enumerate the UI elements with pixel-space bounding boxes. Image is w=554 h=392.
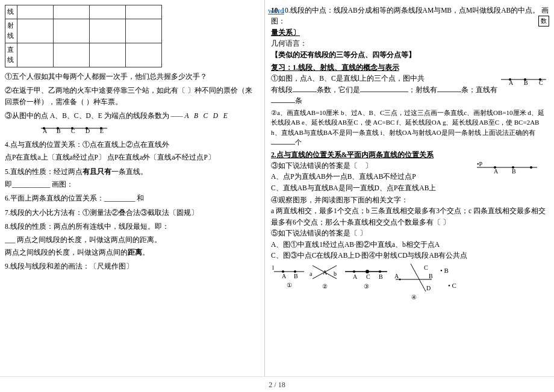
s4a-text: a 两直线相交，最多1个交点；b 三条直线相交最多有3个交点；c 四条直线相交最… bbox=[271, 205, 549, 228]
item5: 5.直线的性质：经过两点有且只有一条直线。 即___________ 画图： bbox=[5, 166, 258, 190]
bottom-diagrams: l A B ① a b A ② bbox=[271, 263, 549, 302]
tip1: 【类似的还有线段的三等分点、四等分点等】 bbox=[271, 49, 549, 60]
page-footer: 2 / 18 bbox=[0, 376, 554, 392]
svg-text:A: A bbox=[509, 79, 514, 85]
item6-text: 6.平面上两条直线的位置关系：_________ 和 bbox=[5, 193, 258, 204]
svg-point-49 bbox=[399, 279, 401, 281]
svg-text:B: B bbox=[379, 273, 383, 280]
svg-text:A: A bbox=[43, 128, 48, 133]
item5-body: 即___________ 画图： bbox=[5, 179, 258, 190]
svg-text:l: l bbox=[272, 264, 274, 271]
svg-text:D: D bbox=[426, 285, 431, 291]
svg-point-21 bbox=[530, 166, 532, 169]
item5-title: 5.直线的性质：经过两点有且只有一条直线。 bbox=[5, 166, 258, 177]
page-container: word 线 射线 bbox=[0, 0, 554, 392]
svg-text:A: A bbox=[494, 168, 499, 175]
svg-text:C: C bbox=[424, 264, 428, 271]
item8-body: ___ 两点之间线段的长度，叫做这两点间的距离。 bbox=[5, 234, 258, 245]
svg-text:C: C bbox=[366, 273, 370, 280]
question-3: ③从图中的点 A、B、C、D、E 为端点的线段条数为 —— A B C D E … bbox=[5, 110, 258, 136]
item8-title: 8.线段的性质：两点的所有连线中，线段最短。即： bbox=[5, 221, 258, 232]
word-link[interactable]: word bbox=[268, 6, 284, 16]
s5a-text: A、图①中直线1经过点AB·图②中直线a、b相交于点A bbox=[271, 239, 549, 250]
dots-bc: • B • C bbox=[437, 263, 461, 293]
item4-body: 点P在直线a上〔直线a经过点P〕 点P在直线a外〔直线a不经过点P〕 bbox=[5, 152, 258, 163]
svg-point-39 bbox=[379, 270, 381, 273]
item9-text: 9.线段与线段和差的画法：〔尺规作图〕 bbox=[5, 261, 258, 272]
svg-text:B: B bbox=[294, 273, 298, 279]
r1-section: ①如图，点A、B、C是直线l上的三个点，图中共有线段条数，它们是；射线有条；直线… bbox=[271, 73, 549, 106]
table-cell bbox=[54, 5, 90, 19]
left-column: 线 射线 直线 bbox=[0, 0, 265, 376]
line-diagram-q3: A B C D E bbox=[41, 123, 113, 133]
table-cell bbox=[126, 5, 162, 19]
table-cell bbox=[90, 19, 126, 43]
table-cell bbox=[126, 43, 162, 67]
table-cell: 射线 bbox=[5, 19, 17, 43]
svg-text:B: B bbox=[429, 273, 433, 279]
q2-text: ②在返于甲、乙两地的火车中途要停靠三个站，如此有〔 〕种不同的票价（来回票价一样… bbox=[5, 85, 258, 107]
svg-text:A: A bbox=[394, 273, 399, 279]
item7-text: 7.线段的大小比方法有：①测量法②叠合法③截取法〔圆规〕 bbox=[5, 207, 258, 218]
diagram-4: C D A B ④ bbox=[393, 263, 435, 302]
table-cell: 直线 bbox=[5, 43, 17, 67]
svg-text:D: D bbox=[86, 128, 90, 133]
r1-diagram: A B C bbox=[501, 74, 549, 85]
question-1: ①五个人假如其中每两个人都握一次手，他们总共握多少次手？ bbox=[5, 71, 258, 82]
svg-text:A: A bbox=[323, 269, 328, 276]
geometry-concepts: 几何语言： bbox=[271, 38, 549, 49]
diagram-2: a b A ② bbox=[310, 263, 340, 291]
svg-point-37 bbox=[353, 270, 355, 273]
diagram-1: l A B ① bbox=[271, 263, 307, 290]
table-cell bbox=[90, 43, 126, 67]
svg-text:C: C bbox=[71, 128, 75, 133]
diagram-3: A C B ③ bbox=[342, 263, 390, 291]
point-p-diagram: •P A B bbox=[477, 160, 549, 175]
num-label: 数 bbox=[538, 16, 549, 26]
item9: 9.线段与线段和差的画法：〔尺规作图〕 bbox=[5, 261, 258, 272]
point-p-area: •P A B ③如下说法错误的答案是〔 〕 A、点P为直线AB外一点B、直线AB… bbox=[271, 160, 549, 193]
s3b-text: C、直线AB与直线BA是同一直线D、点P在直线AB上 bbox=[271, 182, 549, 193]
item4: 4.点与直线的位置关系：①点在直线上②点在直线外 点P在直线a上〔直线a经过点P… bbox=[5, 139, 258, 163]
q1-text: ①五个人假如其中每两个人都握一次手，他们总共握多少次手？ bbox=[5, 71, 258, 82]
svg-text:•P: •P bbox=[477, 161, 483, 167]
svg-text:A: A bbox=[353, 273, 358, 280]
main-content: 线 射线 直线 bbox=[0, 0, 554, 376]
r1-text: ①如图，点A、B、C是直线l上的三个点，图中共有线段条数，它们是；射线有条；直线… bbox=[271, 73, 497, 106]
svg-text:A: A bbox=[282, 273, 287, 279]
svg-text:B: B bbox=[512, 168, 516, 175]
svg-text:E: E bbox=[100, 128, 104, 133]
svg-text:B: B bbox=[524, 79, 528, 85]
table-cell bbox=[17, 43, 54, 67]
table-cell bbox=[90, 5, 126, 19]
svg-text:C: C bbox=[539, 79, 543, 85]
item4-title: 4.点与直线的位置关系：①点在直线上②点在直线外 bbox=[5, 139, 258, 150]
page-number: 2 / 18 bbox=[269, 381, 285, 389]
item10-title: 10. 10.线段的中点：线段AB分成相等的两条线段AM与MB，点M叫做线段AB… bbox=[271, 5, 549, 27]
table-cell bbox=[17, 19, 54, 43]
svg-text:B: B bbox=[57, 128, 61, 133]
table-cell bbox=[126, 19, 162, 43]
review-title: 复习：1.线段、射线、直线的概念与表示 bbox=[271, 62, 549, 73]
r2-text: ②a、画直线AB=10厘米 b、过A、B、C三点，过这三点画一条直线c、画射线O… bbox=[271, 108, 549, 148]
s5b-text: C、图③中点C在线段AB上D·图④中射线CD与线段AB有公共点 bbox=[271, 250, 549, 261]
s4-section: ④观察图形，并阅读图形下面的相关文字： a 两直线相交，最多1个交点；b 三条直… bbox=[271, 194, 549, 228]
item6: 6.平面上两条直线的位置关系：_________ 和 bbox=[5, 193, 258, 204]
table-cell bbox=[54, 19, 90, 43]
item7: 7.线段的大小比方法有：①测量法②叠合法③截取法〔圆规〕 bbox=[5, 207, 258, 218]
question-2: ②在返于甲、乙两地的火车中途要停靠三个站，如此有〔 〕种不同的票价（来回票价一样… bbox=[5, 85, 258, 107]
svg-text:b: b bbox=[334, 270, 337, 277]
item8: 8.线段的性质：两点的所有连线中，线段最短。即： ___ 两点之间线段的长度，叫… bbox=[5, 221, 258, 258]
right-column: 10. 10.线段的中点：线段AB分成相等的两条线段AM与MB，点M叫做线段AB… bbox=[265, 0, 554, 376]
table-cell: 线 bbox=[5, 5, 17, 19]
geometry-title: 量关系〕 bbox=[271, 27, 549, 38]
table-cell bbox=[54, 43, 90, 67]
section2-title: 2.点与直线的位置关系&平面内两条直线的位置关系 bbox=[271, 149, 549, 160]
type-table: 线 射线 直线 bbox=[5, 5, 162, 67]
svg-text:a: a bbox=[310, 270, 313, 277]
s4-text: ④观察图形，并阅读图形下面的相关文字： bbox=[271, 194, 549, 205]
s5-text: ⑤如下说法错误的答案是〔 〕 bbox=[271, 228, 549, 238]
q3-text: ③从图中的点 A、B、C、D、E 为端点的线段条数为 —— A B C D E bbox=[5, 110, 258, 121]
table-cell bbox=[17, 5, 54, 19]
